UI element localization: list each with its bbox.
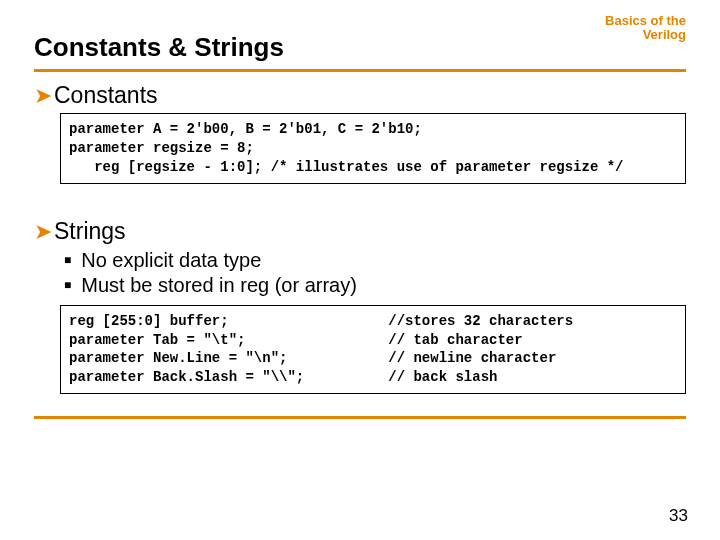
code-comment: //stores 32 characters [388, 313, 573, 329]
chevron-icon: ➤ [34, 219, 52, 244]
code-line: parameter A = 2'b00, B = 2'b01, C = 2'b1… [69, 121, 422, 137]
page-number: 33 [669, 506, 688, 526]
section-heading-strings: ➤Strings [34, 218, 686, 245]
code-comment: // back slash [388, 369, 497, 385]
strings-bullet-list: ■No explicit data type ■Must be stored i… [64, 249, 686, 297]
bullet-text: No explicit data type [81, 249, 261, 271]
section-heading-constants: ➤Constants [34, 82, 686, 109]
list-item: ■No explicit data type [64, 249, 686, 272]
page-title: Constants & Strings [34, 18, 284, 63]
code-box-constants: parameter A = 2'b00, B = 2'b01, C = 2'b1… [60, 113, 686, 184]
section-strings-label: Strings [54, 218, 126, 244]
code-line: parameter Back.Slash = "\\"; [69, 369, 304, 385]
list-item: ■Must be stored in reg (or array) [64, 274, 686, 297]
code-line: parameter New.Line = "\n"; [69, 350, 287, 366]
divider-bottom [34, 416, 686, 419]
chevron-icon: ➤ [34, 83, 52, 108]
code-comment: // newline character [388, 350, 556, 366]
bullet-text: Must be stored in reg (or array) [81, 274, 357, 296]
topic-line2: Verilog [643, 27, 686, 42]
code-line: reg [regsize - 1:0]; /* illustrates use … [69, 159, 624, 175]
divider-top [34, 69, 686, 72]
square-bullet-icon: ■ [64, 253, 71, 267]
square-bullet-icon: ■ [64, 278, 71, 292]
code-line: parameter regsize = 8; [69, 140, 254, 156]
code-box-strings: reg [255:0] buffer; parameter Tab = "\t"… [60, 305, 686, 395]
topic-line1: Basics of the [605, 13, 686, 28]
code-comment: // tab character [388, 332, 522, 348]
section-constants-label: Constants [54, 82, 158, 108]
code-line: parameter Tab = "\t"; [69, 332, 245, 348]
code-line: reg [255:0] buffer; [69, 313, 229, 329]
slide-topic: Basics of the Verilog [605, 14, 686, 43]
